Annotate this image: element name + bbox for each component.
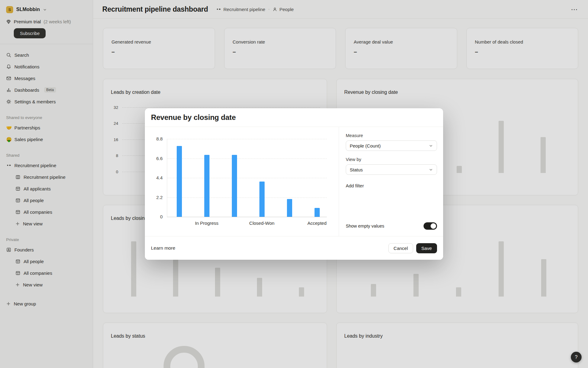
chevron-down-icon — [429, 167, 433, 172]
modal-title: Revenue by closing date — [145, 108, 443, 127]
modal-chart-x-label: Closed-Won — [240, 220, 283, 226]
modal-chart-bar — [177, 146, 182, 217]
view-by-select[interactable]: Status — [346, 164, 437, 175]
chevron-down-icon — [429, 144, 433, 148]
add-filter-button[interactable]: Add filter — [346, 183, 364, 188]
gridline — [167, 139, 327, 139]
gridline — [167, 178, 327, 178]
modal-chart-bar — [259, 182, 265, 217]
cancel-button[interactable]: Cancel — [388, 243, 413, 253]
modal-chart-x-label: Accepted — [296, 220, 338, 226]
view-by-select-value: Status — [350, 167, 363, 172]
measure-label: Measure — [346, 133, 437, 138]
modal-bar-chart: 02.24.46.68.8In ProgressClosed-WonAccept… — [152, 127, 334, 231]
modal-chart-y-tick: 8.8 — [152, 136, 163, 141]
app-root: S SLMobbin Premium trial (2 weeks left) … — [0, 0, 588, 368]
save-button[interactable]: Save — [416, 243, 437, 253]
gridline — [167, 159, 327, 159]
learn-more-link[interactable]: Learn more — [151, 245, 175, 251]
modal-body: 02.24.46.68.8In ProgressClosed-WonAccept… — [145, 127, 443, 236]
modal-chart-y-tick: 6.6 — [152, 156, 163, 161]
modal-chart-bar — [232, 155, 237, 217]
gridline — [167, 197, 327, 198]
view-by-label: View by — [346, 157, 437, 162]
measure-select[interactable]: People (Count) — [346, 140, 437, 151]
baseline — [167, 217, 327, 217]
revenue-by-closing-date-modal: Revenue by closing date 02.24.46.68.8In … — [145, 108, 443, 260]
toggle-knob — [431, 223, 436, 229]
help-button[interactable]: ? — [571, 352, 582, 362]
show-empty-values-label: Show empty values — [346, 224, 384, 228]
show-empty-values-toggle[interactable] — [424, 222, 437, 230]
modal-chart-y-tick: 2.2 — [152, 195, 163, 200]
modal-chart-bar — [287, 199, 292, 217]
show-empty-values-row: Show empty values — [346, 222, 437, 230]
modal-chart-y-tick: 4.4 — [152, 175, 163, 180]
modal-settings-panel: Measure People (Count) View by Status Ad… — [339, 127, 443, 236]
measure-select-value: People (Count) — [350, 143, 381, 148]
modal-footer: Learn more Cancel Save — [145, 236, 443, 260]
modal-chart-bar — [315, 208, 320, 217]
modal-chart-y-tick: 0 — [152, 214, 163, 219]
modal-chart-x-label: In Progress — [185, 220, 228, 226]
modal-chart-bar — [204, 155, 209, 217]
